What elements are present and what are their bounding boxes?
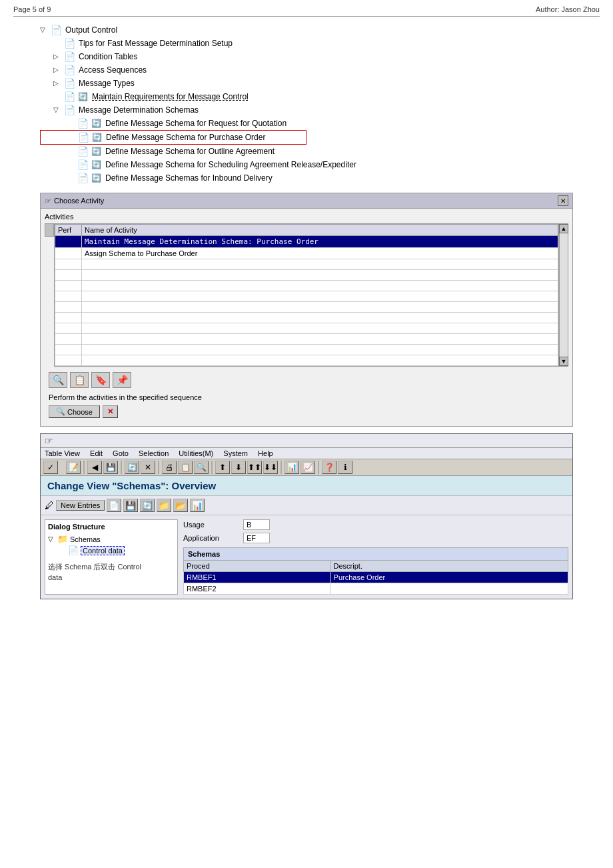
tree-item-condition-tables[interactable]: ▷ 📄 Condition Tables [40,50,573,63]
action-copy-icon[interactable]: 📄 [107,499,121,512]
dialog-close-btn[interactable]: ✕ [558,195,568,206]
ds-item-controldata[interactable]: 📄 Control data [48,545,175,556]
tree-toggle-access[interactable]: ▷ [53,64,63,76]
schemas-section: Schemas Proced Descript. RMBEF1 Purchase… [183,547,568,595]
menu-goto[interactable]: Goto [113,449,129,457]
tree-item-schema-po[interactable]: 📄 🔄 Define Message Schema for Purchase O… [40,130,306,145]
scrollbar-track[interactable] [560,233,568,357]
table-row[interactable] [55,281,558,291]
dialog-title-icon: ☞ [45,197,51,205]
folder-icon-schemas: 📁 [57,534,68,544]
schemas-row-2[interactable]: RMBEF2 [184,583,568,595]
table-scrollbar[interactable]: ▲ ▼ [559,223,568,367]
sap-action-bar: 🖊 New Entries 📄 💾 🔄 📁 📂 📊 [41,496,572,515]
table-row[interactable]: Maintain Message Determination Schema: P… [55,236,558,248]
tree-item-schema-id[interactable]: 📄 🔄 Define Message Schemas for Inbound D… [40,171,573,185]
icon-btn-3[interactable]: 🔖 [91,372,110,388]
toolbar-nav2-icon[interactable]: ⬇ [231,461,246,474]
doc-icon-condition: 📄 [63,51,76,62]
toolbar-cmd-icon[interactable]: 📝 [66,461,81,474]
table-row[interactable] [55,313,558,323]
new-entries-button[interactable]: New Entries [56,500,105,511]
toolbar-paste-icon[interactable]: ✕ [141,461,155,474]
tree-item-schema-sar[interactable]: 📄 🔄 Define Message Schema for Scheduling… [40,158,573,171]
annotation-line1: 选择 Schema 后双击 Control [48,561,175,572]
toolbar-help-icon[interactable]: ❓ [322,461,336,474]
scrollbar-up[interactable]: ▲ [559,224,568,233]
col-name: Name of Activity [82,225,558,236]
table-row[interactable] [55,355,558,366]
toolbar-save-icon[interactable]: 💾 [103,461,118,474]
toolbar-sep-6 [318,461,319,474]
toolbar-sep-1 [83,461,85,474]
toolbar-print-icon[interactable]: 🖨 [162,461,177,474]
tree-label-access: Access Sequences [76,64,147,76]
cancel-button[interactable]: ✕ [103,405,118,418]
tree-label-oa: Define Message Schema for Outline Agreem… [103,145,275,157]
toolbar-sep-2 [121,461,122,474]
action-save-icon[interactable]: 💾 [123,499,138,512]
table-row[interactable] [55,270,558,281]
toolbar-layout-icon[interactable]: 📊 [285,461,299,474]
tree-toggle-oa [67,145,76,157]
table-row[interactable] [55,323,558,334]
sap-toolbar: ✓ 📝 ◀ 💾 🔄 ✕ 🖨 📋 🔍 ⬆ ⬇ ⬆⬆ ⬇⬇ 📊 📈 ❓ ℹ [41,459,572,476]
table-row[interactable] [55,259,558,270]
scrollbar-down[interactable]: ▼ [559,357,568,366]
choose-button[interactable]: 🔍 Choose [49,405,100,418]
menu-edit[interactable]: Edit [90,449,103,457]
toolbar-nav4-icon[interactable]: ⬇⬇ [263,461,278,474]
menu-utilities[interactable]: Utilities(M) [179,449,213,457]
icon-btn-1[interactable]: 🔍 [49,372,67,388]
tree-item-msgdet[interactable]: ▽ 📄 Message Determination Schemas [40,103,573,117]
tree-toggle-condition[interactable]: ▷ [53,51,63,63]
table-row[interactable] [55,345,558,355]
tree-item-output-control[interactable]: ▽ 📄 Output Control [40,23,573,37]
menu-table-view[interactable]: Table View [45,449,80,457]
tree-item-schema-rfq[interactable]: 📄 🔄 Define Message Schema for Request fo… [40,117,573,130]
tree-label-msgtypes: Message Types [76,77,135,89]
table-row[interactable]: Assign Schema to Purchase Order [55,248,558,259]
table-row[interactable] [55,334,558,345]
tree-toggle-msgdet[interactable]: ▽ [53,104,63,116]
tree-label-condition: Condition Tables [76,51,138,63]
action-folder2-icon[interactable]: 📂 [173,499,188,512]
toolbar-nav3-icon[interactable]: ⬆⬆ [247,461,262,474]
toolbar-print2-icon[interactable]: 📋 [178,461,193,474]
ds-toggle-schemas[interactable]: ▽ [48,535,57,543]
cell-name: Maintain Message Determination Schema: P… [82,236,558,248]
table-row[interactable] [55,302,558,313]
tree-item-message-types[interactable]: ▷ 📄 Message Types [40,77,573,90]
toolbar-left-icon[interactable]: ◀ [87,461,102,474]
doc-icon-access: 📄 [63,65,76,75]
menu-help[interactable]: Help [258,449,273,457]
toolbar-copy-icon[interactable]: 🔄 [125,461,139,474]
action-refresh-icon[interactable]: 🔄 [140,499,155,512]
icon-btn-2[interactable]: 📋 [70,372,89,388]
toolbar-find-icon[interactable]: 🔍 [194,461,209,474]
action-chart-icon[interactable]: 📊 [190,499,205,512]
tree-item-schema-oa[interactable]: 📄 🔄 Define Message Schema for Outline Ag… [40,145,573,158]
tree-item-access-sequences[interactable]: ▷ 📄 Access Sequences [40,63,573,77]
schemas-row-1[interactable]: RMBEF1 Purchase Order [184,572,568,583]
sap-right-panel: Usage B Application EF Schemas Proced De… [183,519,568,595]
action-folder-icon[interactable]: 📁 [157,499,171,512]
activity-icon-maintreq: 🔄 [76,91,89,102]
tree-toggle-output-control[interactable]: ▽ [40,24,49,36]
menu-selection[interactable]: Selection [139,449,169,457]
tree-item-tips[interactable]: 📄 Tips for Fast Message Determination Se… [40,37,573,50]
icon-btn-4[interactable]: 📌 [113,372,131,388]
toolbar-nav1-icon[interactable]: ⬆ [215,461,230,474]
tree-toggle-rfq [67,117,76,129]
toolbar-layout2-icon[interactable]: 📈 [301,461,315,474]
table-row[interactable] [55,291,558,302]
toolbar-info-icon[interactable]: ℹ [338,461,352,474]
field-row-application: Application EF [183,533,568,543]
toolbar-back-icon[interactable]: ✓ [43,461,58,474]
ds-item-schemas[interactable]: ▽ 📁 Schemas [48,533,175,545]
schemas-header: Schemas [183,547,568,560]
tree-item-maintain-req[interactable]: 📄 🔄 Maintain Requirements for Message Co… [40,90,573,103]
tree-toggle-msgtypes[interactable]: ▷ [53,77,63,89]
tree-section: ▽ 📄 Output Control 📄 Tips for Fast Messa… [40,23,573,185]
menu-system[interactable]: System [223,449,248,457]
